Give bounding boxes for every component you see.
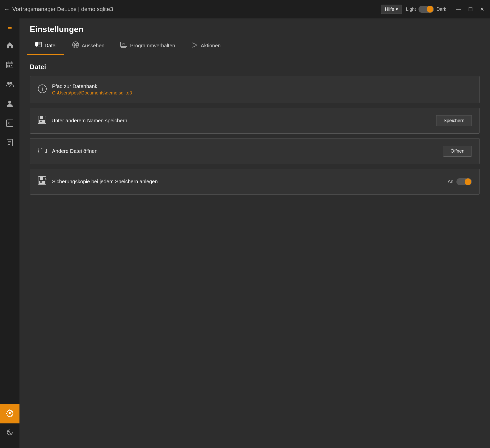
- titlebar: ← Vortragsmanager DeLuxe | demo.sqlite3 …: [0, 0, 490, 18]
- card-save-as-content: Unter anderem Namen speichern: [52, 118, 436, 124]
- sidebar-hamburger[interactable]: ≡: [0, 18, 19, 36]
- card-backup-title: Sicherungskopie bei jedem Speichern anle…: [52, 179, 448, 185]
- close-button[interactable]: ✕: [478, 6, 486, 13]
- titlebar-left: ← Vortragsmanager DeLuxe | demo.sqlite3: [4, 6, 113, 13]
- info-icon: [38, 84, 47, 95]
- svg-point-31: [76, 45, 78, 47]
- sidebar-item-notes[interactable]: [0, 134, 19, 153]
- svg-rect-23: [35, 42, 38, 46]
- tab-aktionen[interactable]: Aktionen: [183, 37, 228, 55]
- sidebar-item-settings[interactable]: [0, 404, 19, 423]
- card-open-file-content: Andere Datei öffnen: [52, 148, 443, 154]
- tab-programmverhalten-icon: [120, 41, 128, 50]
- svg-line-35: [124, 43, 125, 45]
- tab-datei[interactable]: Datei: [27, 37, 64, 55]
- svg-point-32: [75, 44, 76, 46]
- backup-toggle[interactable]: [456, 178, 472, 185]
- notes-icon: [6, 139, 13, 148]
- svg-rect-44: [39, 120, 45, 123]
- tab-datei-label: Datei: [45, 43, 57, 49]
- card-pfad: Pfad zur Datenbank C:\Users\post\Documen…: [30, 76, 480, 103]
- back-arrow-icon[interactable]: ←: [4, 6, 10, 13]
- tabs-bar: Datei Aussehen: [19, 37, 490, 55]
- hamburger-icon: ≡: [7, 23, 12, 32]
- datei-section: Datei Pfad zur Datenbank C:\Users\post\D…: [19, 55, 490, 207]
- svg-line-34: [122, 43, 124, 45]
- tab-programmverhalten[interactable]: Programmverhalten: [112, 37, 183, 55]
- backup-icon: [38, 176, 47, 187]
- svg-rect-4: [7, 65, 8, 66]
- open-folder-icon: [38, 146, 47, 156]
- card-save-as-action: Speichern: [436, 115, 472, 126]
- tab-aussehen[interactable]: Aussehen: [64, 37, 112, 55]
- svg-rect-43: [40, 116, 43, 119]
- svg-rect-49: [40, 181, 42, 183]
- card-backup-content: Sicherungskopie bei jedem Speichern anle…: [52, 179, 448, 185]
- window-controls: — ☐ ✕: [454, 6, 486, 13]
- card-open-file: Andere Datei öffnen Öffnen: [30, 138, 480, 164]
- svg-rect-6: [11, 65, 12, 66]
- page-title: Einstellungen: [19, 18, 490, 37]
- backup-toggle-knob: [465, 178, 471, 185]
- sidebar: ≡: [0, 18, 19, 448]
- speichern-button[interactable]: Speichern: [436, 115, 472, 126]
- theme-toggle-knob: [427, 6, 433, 13]
- person-icon: [6, 100, 13, 109]
- hilfe-label: Hilfe: [385, 7, 394, 12]
- svg-point-41: [42, 87, 43, 87]
- svg-rect-45: [40, 121, 42, 122]
- svg-point-28: [74, 43, 75, 45]
- hilfe-button[interactable]: Hilfe ▾: [381, 5, 402, 14]
- group-icon: [5, 81, 14, 90]
- home-icon: [6, 41, 14, 51]
- settings-icon: [6, 409, 14, 419]
- app-title: Vortragsmanager DeLuxe | demo.sqlite3: [12, 6, 113, 13]
- svg-rect-33: [120, 42, 127, 47]
- tab-aktionen-label: Aktionen: [201, 43, 221, 49]
- tab-aktionen-icon: [190, 41, 198, 50]
- svg-rect-8: [9, 66, 10, 67]
- card-pfad-title: Pfad zur Datenbank: [52, 83, 472, 89]
- app-body: ≡: [0, 18, 490, 448]
- card-pfad-content: Pfad zur Datenbank C:\Users\post\Documen…: [52, 83, 472, 96]
- light-label: Light: [406, 7, 416, 12]
- history-icon: [6, 429, 14, 438]
- card-backup: Sicherungskopie bei jedem Speichern anle…: [30, 169, 480, 195]
- sidebar-item-excel[interactable]: X: [0, 114, 19, 134]
- sidebar-item-calendar[interactable]: [0, 56, 19, 75]
- tab-aussehen-icon: [72, 41, 79, 50]
- sidebar-item-home[interactable]: [0, 36, 19, 56]
- sidebar-item-group[interactable]: [0, 75, 19, 95]
- chevron-down-icon: ▾: [396, 6, 398, 12]
- svg-rect-47: [40, 177, 43, 180]
- save-icon: [38, 115, 46, 126]
- svg-text:X: X: [7, 121, 10, 125]
- calendar-icon: [6, 61, 14, 70]
- card-open-file-title: Andere Datei öffnen: [52, 148, 443, 154]
- tab-datei-icon: [35, 42, 42, 49]
- minimize-button[interactable]: —: [454, 6, 463, 13]
- svg-point-30: [74, 45, 75, 47]
- titlebar-right: Hilfe ▾ Light Dark — ☐ ✕: [381, 5, 486, 14]
- theme-toggle: Light Dark: [406, 6, 446, 13]
- svg-line-22: [10, 433, 11, 434]
- sidebar-item-person[interactable]: [0, 95, 19, 114]
- card-backup-action: An: [448, 178, 472, 185]
- table-icon: X: [6, 119, 14, 129]
- svg-point-11: [8, 101, 11, 104]
- card-save-as: Unter anderem Namen speichern Speichern: [30, 108, 480, 134]
- section-title: Datei: [30, 63, 480, 71]
- card-save-as-title: Unter anderem Namen speichern: [52, 118, 436, 124]
- svg-point-29: [76, 43, 78, 45]
- svg-point-20: [9, 412, 11, 414]
- theme-toggle-track[interactable]: [418, 6, 434, 13]
- svg-rect-5: [9, 65, 10, 66]
- tab-programmverhalten-label: Programmverhalten: [130, 43, 175, 49]
- oeffnen-button[interactable]: Öffnen: [443, 146, 472, 157]
- sidebar-item-history[interactable]: [0, 423, 19, 443]
- content-area: Einstellungen Datei: [19, 18, 490, 448]
- maximize-button[interactable]: ☐: [467, 6, 474, 13]
- card-pfad-path: C:\Users\post\Documents\demo.sqlite3: [52, 90, 472, 96]
- svg-point-10: [10, 82, 12, 84]
- dark-label: Dark: [436, 7, 446, 12]
